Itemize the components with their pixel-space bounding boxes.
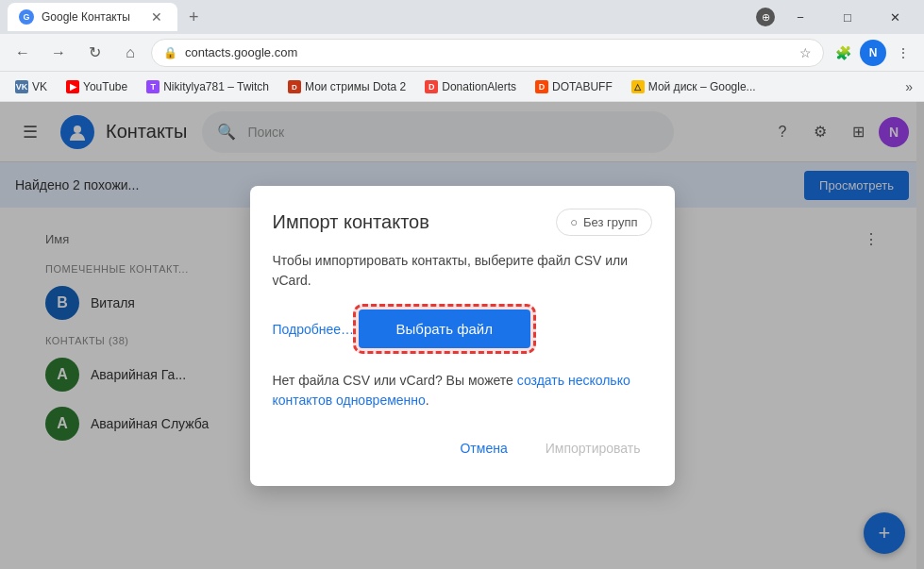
- tab-title: Google Контакты: [42, 10, 140, 24]
- back-button[interactable]: ←: [8, 38, 38, 68]
- cancel-button[interactable]: Отмена: [448, 433, 518, 463]
- browser-menu-dots[interactable]: ⋮: [890, 40, 916, 66]
- new-tab-button[interactable]: +: [181, 4, 207, 31]
- address-bar[interactable]: 🔒 contacts.google.com ☆: [151, 39, 824, 67]
- bookmark-dotabuff-label: DOTABUFF: [552, 80, 613, 93]
- bookmark-donation-label: DonationAlerts: [442, 80, 516, 93]
- modal-actions: Отмена Импортировать: [273, 433, 652, 463]
- bookmark-drive[interactable]: △ Мой диск – Google...: [624, 76, 764, 97]
- app-content: ☰ Контакты 🔍 Поиск ? ⚙ ⊞ N Найдено 2 пох…: [0, 102, 924, 569]
- window-minimize-button[interactable]: −: [779, 2, 822, 32]
- bookmark-twitch[interactable]: T Nikitylya781 – Twitch: [139, 76, 277, 97]
- bookmark-twitch-label: Nikitylya781 – Twitch: [163, 80, 269, 93]
- reload-button[interactable]: ↻: [79, 38, 109, 68]
- window-maximize-button[interactable]: □: [826, 2, 869, 32]
- no-file-text: Нет файла CSV или vCard? Вы можете созда…: [273, 371, 652, 410]
- drive-icon: △: [631, 80, 645, 93]
- modal-title: Импорт контактов: [273, 211, 429, 233]
- choose-file-wrapper: Выбрать файл: [359, 294, 530, 363]
- details-link[interactable]: Подробнее…: [273, 322, 355, 337]
- import-button[interactable]: Импортировать: [534, 433, 652, 463]
- modal-header: Импорт контактов ○ Без групп: [273, 209, 652, 236]
- bookmark-youtube[interactable]: ▶ YouTube: [59, 76, 135, 97]
- forward-button[interactable]: →: [43, 38, 74, 68]
- bookmark-dotabuff[interactable]: D DOTABUFF: [528, 76, 620, 97]
- group-label: Без групп: [583, 215, 637, 229]
- bookmark-vk[interactable]: VK VK: [8, 76, 55, 97]
- import-modal: Импорт контактов ○ Без групп Чтобы импор…: [250, 186, 675, 486]
- svg-text:D: D: [292, 83, 297, 92]
- choose-file-button[interactable]: Выбрать файл: [359, 310, 530, 348]
- bookmarks-overflow[interactable]: »: [901, 75, 916, 98]
- bookmark-vk-label: VK: [32, 80, 47, 93]
- bookmark-youtube-label: YouTube: [83, 80, 127, 93]
- modal-description: Чтобы импортировать контакты, выберите ф…: [273, 251, 652, 291]
- profile-icon[interactable]: N: [860, 40, 886, 66]
- dotabuff-icon: D: [535, 80, 548, 93]
- group-selector-button[interactable]: ○ Без групп: [556, 209, 651, 236]
- tab-favicon: G: [19, 9, 34, 25]
- browser-tab[interactable]: G Google Контакты ✕: [8, 3, 177, 31]
- browser-menu-icon: ⊕: [756, 8, 775, 26]
- youtube-icon: ▶: [66, 80, 79, 93]
- modal-overlay: Импорт контактов ○ Без групп Чтобы импор…: [0, 102, 924, 569]
- dota-icon: D: [288, 80, 301, 93]
- bookmark-drive-label: Мой диск – Google...: [648, 80, 756, 93]
- tab-close-button[interactable]: ✕: [147, 8, 166, 26]
- vk-icon: VK: [15, 80, 28, 93]
- twitch-icon: T: [146, 80, 160, 93]
- bookmark-donation[interactable]: D DonationAlerts: [417, 76, 524, 97]
- window-close-button[interactable]: ✕: [873, 2, 916, 32]
- bookmark-star-icon: ☆: [799, 45, 812, 60]
- browser-toolbar: ← → ↻ ⌂ 🔒 contacts.google.com ☆ 🧩 N ⋮: [0, 34, 924, 72]
- extensions-icon[interactable]: 🧩: [830, 40, 856, 66]
- url-display: contacts.google.com: [185, 45, 792, 59]
- bookmark-dota-label: Мои стримы Dota 2: [305, 80, 406, 93]
- group-icon: ○: [570, 215, 578, 229]
- browser-titlebar: G Google Контакты ✕ + ⊕ − □ ✕: [0, 0, 924, 34]
- ssl-lock-icon: 🔒: [163, 46, 177, 59]
- home-button[interactable]: ⌂: [115, 38, 145, 68]
- browser-toolbar-icons: 🧩 N ⋮: [830, 40, 916, 66]
- donation-icon: D: [425, 80, 438, 93]
- bookmarks-bar: VK VK ▶ YouTube T Nikitylya781 – Twitch …: [0, 72, 924, 102]
- bookmark-dota[interactable]: D Мои стримы Dota 2: [280, 76, 413, 97]
